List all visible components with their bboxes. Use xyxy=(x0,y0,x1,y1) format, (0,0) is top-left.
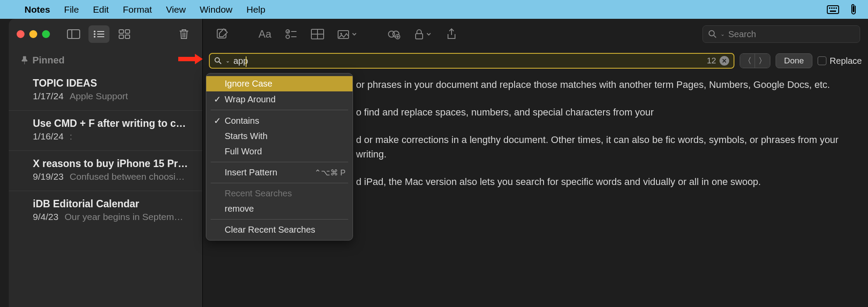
dd-ignore-case[interactable]: Ignore Case xyxy=(206,76,353,91)
dd-recent-item[interactable]: remove xyxy=(206,201,353,216)
note-item[interactable]: X reasons to buy iPhone 15 Pr… 9/19/23 C… xyxy=(9,151,202,191)
svg-rect-6 xyxy=(67,30,80,38)
find-options-dropdown: Ignore Case ✓ Wrap Around ✓ Contains Sta… xyxy=(206,73,353,241)
list-view-button[interactable] xyxy=(88,25,109,43)
lock-button[interactable] xyxy=(409,24,437,44)
replace-label: Replace xyxy=(830,56,862,66)
sidebar: Pinned TOPIC IDEAS 1/17/24 Apple Support… xyxy=(9,19,203,307)
body-paragraph: d iPad, the Mac version also lets you se… xyxy=(356,174,856,189)
svg-rect-3 xyxy=(833,7,835,9)
svg-rect-16 xyxy=(119,35,123,38)
note-preview: : xyxy=(70,131,190,142)
traffic-lights xyxy=(17,30,50,38)
pinned-section-header: Pinned xyxy=(9,49,202,70)
dd-full-word[interactable]: Full Word xyxy=(206,144,353,159)
done-button[interactable]: Done xyxy=(776,53,812,68)
body-paragraph: d or make corrections in a lengthy docum… xyxy=(356,133,856,161)
note-preview: Our year begins in Septem… xyxy=(64,212,190,222)
svg-rect-14 xyxy=(119,30,123,33)
callout-arrow-icon xyxy=(177,53,204,65)
global-search-field[interactable]: ⌄ Search xyxy=(702,25,860,43)
note-title: TOPIC IDEAS xyxy=(33,77,190,89)
sidebar-toggle-button[interactable] xyxy=(63,25,84,43)
paperclip-icon[interactable] xyxy=(850,3,857,16)
pinned-label: Pinned xyxy=(32,55,64,66)
note-preview: Confused between choosi… xyxy=(70,171,190,182)
find-next-button[interactable]: 〉 xyxy=(755,54,770,68)
svg-rect-1 xyxy=(829,7,830,9)
app-menu[interactable]: Notes xyxy=(25,4,50,15)
dd-starts-with[interactable]: Starts With xyxy=(206,129,353,144)
note-date: 9/4/23 xyxy=(33,212,58,222)
replace-toggle[interactable]: Replace xyxy=(818,56,862,66)
svg-point-21 xyxy=(286,35,289,38)
chevron-down-icon[interactable]: ⌄ xyxy=(226,58,230,64)
delete-note-button[interactable] xyxy=(173,25,194,43)
svg-point-12 xyxy=(94,36,95,38)
chevron-down-icon: ⌄ xyxy=(720,31,725,37)
media-button[interactable] xyxy=(332,24,362,44)
find-prev-button[interactable]: 〈 xyxy=(740,54,755,68)
menu-help[interactable]: Help xyxy=(247,4,265,15)
share-button[interactable] xyxy=(440,24,463,44)
find-text-field[interactable] xyxy=(233,56,703,66)
svg-rect-5 xyxy=(830,10,836,12)
note-item[interactable]: Use CMD + F after writing to c… 1/16/24 … xyxy=(9,111,202,151)
menu-window[interactable]: Window xyxy=(200,4,233,15)
find-result-count: 12 xyxy=(707,56,716,66)
svg-rect-33 xyxy=(416,34,423,39)
body-paragraph: o find and replace spaces, numbers, and … xyxy=(356,105,856,119)
dd-clear-recent[interactable]: Clear Recent Searches xyxy=(206,222,353,237)
checklist-button[interactable] xyxy=(280,24,303,44)
dd-wrap-around[interactable]: ✓ Wrap Around xyxy=(206,91,353,107)
svg-rect-2 xyxy=(831,7,833,9)
format-text-button[interactable]: Aa xyxy=(254,24,276,44)
note-title: iDB Editorial Calendar xyxy=(33,198,190,210)
note-date: 1/17/24 xyxy=(33,91,64,101)
note-item[interactable]: TOPIC IDEAS 1/17/24 Apple Support xyxy=(9,70,202,111)
svg-line-37 xyxy=(219,62,221,64)
menu-format[interactable]: Format xyxy=(123,4,152,15)
main-pane: Aa xyxy=(203,19,868,307)
minimize-window-button[interactable] xyxy=(29,30,37,38)
search-icon[interactable] xyxy=(214,57,222,65)
body-paragraph: or phrases in your document and replace … xyxy=(356,77,856,92)
new-note-button[interactable] xyxy=(211,24,233,44)
checkbox-icon xyxy=(818,56,826,65)
note-preview: Apple Support xyxy=(70,91,190,101)
menu-view[interactable]: View xyxy=(166,4,186,15)
fullscreen-window-button[interactable] xyxy=(42,30,50,38)
sidebar-toolbar xyxy=(9,19,202,49)
svg-point-34 xyxy=(709,31,714,36)
search-placeholder: Search xyxy=(728,29,756,39)
pin-icon xyxy=(21,56,28,65)
svg-point-8 xyxy=(94,31,95,32)
note-title: X reasons to buy iPhone 15 Pr… xyxy=(33,158,190,170)
svg-rect-0 xyxy=(827,6,839,14)
notes-window: Pinned TOPIC IDEAS 1/17/24 Apple Support… xyxy=(9,19,868,307)
clear-find-button[interactable]: ✕ xyxy=(720,56,729,66)
dd-insert-pattern[interactable]: Insert Pattern ⌃⌥⌘ P xyxy=(206,165,353,180)
find-nav: 〈 〉 xyxy=(740,53,770,68)
svg-point-27 xyxy=(340,33,342,35)
table-button[interactable] xyxy=(306,24,329,44)
menu-edit[interactable]: Edit xyxy=(93,4,109,15)
svg-rect-15 xyxy=(125,30,130,33)
text-cursor xyxy=(246,56,247,67)
note-item[interactable]: iDB Editorial Calendar 9/4/23 Our year b… xyxy=(9,191,202,231)
find-bar: ⌄ 12 ✕ 〈 〉 Done Replace xyxy=(203,49,868,72)
note-title: Use CMD + F after writing to c… xyxy=(33,118,190,129)
macos-menubar: Notes File Edit Format View Window Help xyxy=(0,0,868,19)
svg-rect-4 xyxy=(836,7,837,9)
dd-contains[interactable]: ✓ Contains xyxy=(206,113,353,129)
menu-file[interactable]: File xyxy=(64,4,79,15)
svg-point-36 xyxy=(215,58,219,62)
link-button[interactable] xyxy=(382,24,405,44)
keyboard-viewer-icon[interactable] xyxy=(827,5,839,14)
find-input[interactable]: ⌄ 12 ✕ xyxy=(209,53,734,69)
svg-line-35 xyxy=(714,35,716,38)
svg-point-10 xyxy=(94,33,95,35)
search-icon xyxy=(708,30,717,38)
gallery-view-button[interactable] xyxy=(114,25,135,43)
close-window-button[interactable] xyxy=(17,30,25,38)
